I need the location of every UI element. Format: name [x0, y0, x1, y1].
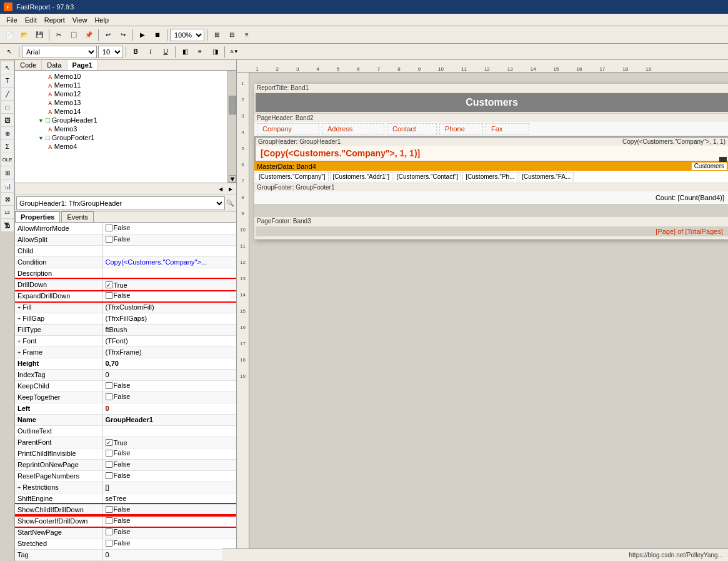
new-button[interactable]: 📄 [2, 28, 16, 42]
paste-button[interactable]: 📌 [82, 28, 96, 42]
prop-value-allowsplit[interactable]: False [102, 234, 236, 245]
prop-value-restrictions[interactable]: [] [102, 482, 236, 493]
tree-item-memo14[interactable]: A Memo14 [16, 107, 235, 116]
tree-item-memo13[interactable]: A Memo13 [16, 98, 235, 107]
pointer-button[interactable]: ↖ [2, 45, 16, 59]
color-button[interactable]: A▼ [227, 45, 241, 59]
menu-view[interactable]: View [69, 16, 91, 24]
prop-value-left[interactable]: 0 [102, 403, 236, 414]
rect-tool[interactable]: □ [1, 101, 14, 113]
open-button[interactable]: 📂 [17, 28, 31, 42]
zoom-select[interactable]: 100% 75% 150% [170, 29, 204, 41]
prop-value-shiftengine[interactable]: seTree [102, 493, 236, 504]
prop-value-outlinetext[interactable] [102, 425, 236, 437]
prop-value-keepchild[interactable]: False [102, 380, 236, 392]
prop-value-startnewpage[interactable]: False [102, 527, 236, 538]
prop-value-fill[interactable]: (TfrxCustomFill) [102, 301, 236, 313]
prop-value-showchildifdrilldown[interactable]: False [102, 504, 236, 515]
prop-value-reprint[interactable]: False [102, 459, 236, 470]
right-panel[interactable]: 1 2 3 4 5 6 7 8 9 10 11 12 13 14 15 16 1… [237, 60, 728, 561]
cross-tool[interactable]: ⊠ [1, 193, 14, 205]
prop-value-name[interactable]: GroupHeader1 [102, 414, 236, 425]
tab-data[interactable]: Data [42, 60, 67, 70]
tree-scrollbar-thumb[interactable] [229, 96, 236, 114]
prop-value-stretched[interactable]: False [102, 538, 236, 549]
pointer-tool[interactable]: ↖ [1, 61, 14, 74]
menu-help[interactable]: Help [91, 16, 112, 24]
prop-value-drilldown[interactable]: True [102, 279, 236, 290]
report-scroll-area[interactable]: ReportTitle: Band1 Customers PageHeader:… [249, 73, 728, 561]
collapse-button[interactable]: ◀ [216, 184, 226, 194]
tree-item-memo3[interactable]: A Memo3 [16, 124, 235, 133]
italic-button[interactable]: I [144, 45, 157, 59]
object-tree[interactable]: A Memo10 A Memo11 A Memo12 A Memo13 [15, 71, 236, 183]
undo-button[interactable]: ↩ [101, 28, 115, 42]
search-props-button[interactable]: 🔍 [225, 196, 235, 210]
tree-scrollbar[interactable]: ▼ [227, 71, 236, 183]
align-left-button[interactable]: ◧ [178, 45, 192, 59]
prop-value-printchild[interactable]: False [102, 448, 236, 459]
snap-button[interactable]: ⊟ [225, 28, 239, 42]
zip-tool[interactable]: 🗜 [1, 219, 14, 231]
tab-code[interactable]: Code [15, 60, 42, 70]
cut-button[interactable]: ✂ [52, 28, 66, 42]
prop-value-child[interactable] [102, 245, 236, 256]
line-tool[interactable]: ╱ [1, 88, 14, 100]
prop-value-tag[interactable]: 0 [102, 549, 236, 560]
image-tool[interactable]: 🖼 [1, 114, 14, 126]
prop-value-indextag[interactable]: 0 [102, 369, 236, 380]
prop-value-keeptogether[interactable]: False [102, 392, 236, 403]
prop-value-frame[interactable]: (TfrxFrame) [102, 346, 236, 358]
font-size-select[interactable]: 10 [98, 46, 123, 58]
font-name-select[interactable]: Arial [22, 46, 97, 58]
text-tool[interactable]: T [1, 74, 14, 87]
chart-tool[interactable]: 📊 [1, 179, 14, 192]
stop-button[interactable]: ⏹ [151, 28, 164, 42]
prop-value-fillgap[interactable]: (TfrxFillGaps) [102, 313, 236, 324]
tree-item-memo11[interactable]: A Memo11 [16, 81, 235, 89]
prop-value-filltype[interactable]: ftBrush [102, 324, 236, 335]
reporttitle-content: Customers [254, 93, 728, 112]
component-dropdown[interactable]: GroupHeader1: TfrxGroupHeader [16, 196, 225, 210]
tree-item-memo12[interactable]: A Memo12 [16, 89, 235, 98]
save-button[interactable]: 💾 [32, 28, 46, 42]
app-icon: F [4, 3, 12, 11]
menu-file[interactable]: File [2, 16, 21, 24]
copy-button[interactable]: 📋 [67, 28, 81, 42]
tab-events[interactable]: Events [61, 211, 94, 222]
prop-value-expanddrilldown[interactable]: False [102, 290, 236, 301]
align-center-button[interactable]: ≡ [193, 45, 207, 59]
prop-value-font[interactable]: (TFont) [102, 335, 236, 346]
prop-row-parentfont: ParentFont True [15, 437, 236, 448]
align-button[interactable]: ≡ [240, 28, 254, 42]
tree-item-memo4[interactable]: A Memo4 [16, 142, 235, 151]
tab-page1[interactable]: Page1 [67, 60, 98, 70]
menu-edit[interactable]: Edit [21, 16, 41, 24]
underline-button[interactable]: U [159, 45, 172, 59]
menu-report[interactable]: Report [41, 16, 69, 24]
prop-value-allowmirrormode[interactable]: False [102, 223, 236, 234]
custom-tool[interactable]: 12 [1, 206, 14, 218]
barcode-tool[interactable]: ⊞ [1, 166, 14, 179]
grid-button[interactable]: ⊞ [210, 28, 224, 42]
prop-value-height[interactable]: 0,70 [102, 358, 236, 369]
sub-tool[interactable]: Σ [1, 140, 14, 153]
align-right-button[interactable]: ◨ [208, 45, 222, 59]
expand-button[interactable]: ▶ [226, 184, 236, 194]
prop-value-description[interactable] [102, 268, 236, 279]
prop-value-showfooterifdrilldown[interactable]: False [102, 515, 236, 527]
tree-scroll-down[interactable]: ▼ [229, 175, 236, 183]
prop-value-condition[interactable]: Copy(<Customers."Company">... [102, 256, 236, 268]
object-tool[interactable]: ⊕ [1, 127, 14, 139]
run-button[interactable]: ▶ [136, 28, 149, 42]
tree-item-memo10[interactable]: A Memo10 [16, 72, 235, 81]
tree-item-groupfooter1[interactable]: ▼ □ GroupFooter1 [16, 133, 235, 142]
redo-button[interactable]: ↪ [116, 28, 130, 42]
fsep1 [19, 46, 19, 58]
tab-properties[interactable]: Properties [15, 211, 60, 222]
prop-value-resetpage[interactable]: False [102, 470, 236, 482]
prop-value-parentfont[interactable]: True [102, 437, 236, 448]
bold-button[interactable]: B [129, 45, 142, 59]
ole-tool[interactable]: OLE [1, 153, 14, 166]
tree-item-groupheader1[interactable]: ▼ □ GroupHeader1 [16, 116, 235, 124]
